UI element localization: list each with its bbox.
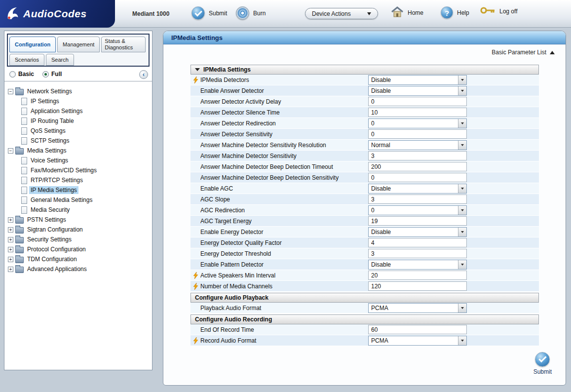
tree-item-label[interactable]: Fax/Modem/CID Settings: [29, 166, 98, 174]
tree-item-label[interactable]: QoS Settings: [29, 127, 67, 135]
tree-item-label[interactable]: SCTP Settings: [29, 137, 71, 145]
tree-item-label[interactable]: IP Settings: [29, 97, 61, 105]
tree-folder-advanced-applications[interactable]: +Advanced Applications: [5, 264, 151, 274]
tree-item-label[interactable]: General Media Settings: [29, 196, 94, 204]
help-button[interactable]: Help: [441, 6, 469, 19]
answer-detector-silence-time-input[interactable]: [368, 108, 467, 117]
expand-node-icon[interactable]: +: [8, 227, 13, 233]
tree-folder-label[interactable]: Sigtran Configuration: [26, 226, 84, 234]
tree-folder-sigtran-configuration[interactable]: +Sigtran Configuration: [5, 225, 151, 235]
tab-status-diagnostics[interactable]: Status & Diagnostics: [101, 37, 146, 52]
expand-node-icon[interactable]: +: [8, 217, 13, 223]
dropdown-arrow-icon[interactable]: [458, 141, 466, 150]
number-of-media-channels-input[interactable]: [368, 281, 467, 291]
dropdown-arrow-icon[interactable]: [458, 336, 466, 345]
tree-folder-label[interactable]: Network Settings: [26, 87, 74, 95]
tree-item-sctp-settings[interactable]: SCTP Settings: [5, 136, 151, 146]
enable-pattern-detector-select[interactable]: Disable: [368, 260, 467, 270]
collapse-node-icon[interactable]: −: [8, 148, 13, 154]
tree-folder-label[interactable]: Media Settings: [26, 147, 68, 155]
basic-parameter-list-toggle[interactable]: Basic Parameter List: [492, 49, 555, 56]
enable-agc-select[interactable]: Disable: [368, 184, 467, 194]
collapse-sidebar-button[interactable]: [139, 70, 148, 79]
tree-folder-pstn-settings[interactable]: +PSTN Settings: [5, 215, 151, 225]
tab-configuration[interactable]: Configuration: [9, 37, 56, 52]
answer-detector-activity-delay-input[interactable]: [368, 97, 467, 106]
tree-item-label[interactable]: IP Routing Table: [29, 117, 76, 125]
dropdown-arrow-icon[interactable]: [458, 76, 466, 84]
dropdown-arrow-icon[interactable]: [458, 228, 466, 236]
answer-machine-detector-beep-detection-sensitivity-input[interactable]: [368, 173, 467, 182]
tree-item-label[interactable]: Application Settings: [29, 107, 84, 115]
answer-detector-sensitivity-input[interactable]: [368, 129, 467, 139]
tree-item-media-security[interactable]: Media Security: [5, 205, 151, 215]
dropdown-arrow-icon[interactable]: [458, 304, 466, 313]
submit-button-bottom[interactable]: Submit: [533, 352, 552, 375]
tree-item-ip-settings[interactable]: IP Settings: [5, 96, 151, 106]
enable-energy-detector-select[interactable]: Disable: [368, 227, 467, 237]
tree-folder-label[interactable]: Protocol Configuration: [26, 245, 87, 253]
energy-detector-threshold-input[interactable]: [368, 249, 467, 258]
dropdown-arrow-icon[interactable]: [458, 86, 466, 95]
tree-item-label[interactable]: Voice Settings: [29, 157, 70, 164]
answer-detector-redirection-select[interactable]: 0: [368, 118, 467, 128]
tree-item-ip-media-settings[interactable]: IP Media Settings: [5, 185, 151, 195]
tree-item-rtp-rtcp-settings[interactable]: RTP/RTCP Settings: [5, 175, 151, 185]
tab-scenarios[interactable]: Scenarios: [9, 54, 44, 66]
logoff-button[interactable]: Log off: [480, 6, 517, 16]
device-actions-dropdown[interactable]: Device Actions: [305, 8, 378, 19]
tab-management[interactable]: Management: [57, 37, 100, 52]
end-of-record-time-input[interactable]: [368, 325, 467, 334]
tree-folder-label[interactable]: TDM Configuration: [26, 255, 78, 263]
tree-folder-label[interactable]: PSTN Settings: [26, 216, 68, 224]
dropdown-arrow-icon[interactable]: [458, 119, 466, 128]
tree-folder-protocol-configuration[interactable]: +Protocol Configuration: [5, 244, 151, 254]
active-speakers-min-interval-input[interactable]: [368, 271, 467, 280]
tree-item-label[interactable]: IP Media Settings: [29, 186, 78, 194]
tree-folder-network-settings[interactable]: −Network Settings: [5, 86, 151, 96]
group-header-ipmedia-settings[interactable]: IPMedia Settings: [190, 65, 539, 75]
agc-target-energy-input[interactable]: [368, 216, 467, 226]
expand-node-icon[interactable]: +: [8, 257, 13, 262]
tree-folder-security-settings[interactable]: +Security Settings: [5, 235, 151, 244]
burn-button[interactable]: Burn: [236, 6, 266, 20]
expand-node-icon[interactable]: +: [8, 247, 13, 252]
tree-item-general-media-settings[interactable]: General Media Settings: [5, 195, 151, 205]
tree-item-qos-settings[interactable]: QoS Settings: [5, 126, 151, 136]
tab-row-top: ConfigurationManagementStatus & Diagnost…: [9, 37, 147, 52]
tree-item-fax-modem-cid-settings[interactable]: Fax/Modem/CID Settings: [5, 165, 151, 175]
agc-slope-input[interactable]: [368, 195, 467, 204]
expand-node-icon[interactable]: +: [8, 237, 13, 242]
answer-machine-detector-beep-detection-timeout-input[interactable]: [368, 162, 467, 171]
expand-node-icon[interactable]: +: [8, 267, 13, 272]
playback-audio-format-select[interactable]: PCMA: [368, 303, 467, 313]
enable-answer-detector-select[interactable]: Disable: [368, 86, 467, 96]
record-audio-format-select[interactable]: PCMA: [368, 336, 467, 346]
answer-machine-detector-sensitivity-resolution-select[interactable]: Normal: [368, 140, 467, 150]
dropdown-arrow-icon[interactable]: [458, 206, 466, 215]
tree-item-voice-settings[interactable]: Voice Settings: [5, 156, 151, 165]
agc-redirection-select[interactable]: 0: [368, 205, 467, 215]
tree-item-ip-routing-table[interactable]: IP Routing Table: [5, 116, 151, 126]
tree-folder-media-settings[interactable]: −Media Settings: [5, 146, 151, 156]
tree-folder-label[interactable]: Advanced Applications: [26, 265, 88, 273]
submit-button[interactable]: Submit: [191, 6, 227, 20]
tree-folder-tdm-configuration[interactable]: +TDM Configuration: [5, 254, 151, 264]
tree-item-label[interactable]: RTP/RTCP Settings: [29, 176, 84, 184]
param-row-enable-answer-detector: Enable Answer DetectorDisable: [190, 85, 539, 96]
radio-full-label[interactable]: Full: [51, 71, 62, 78]
tree-item-application-settings[interactable]: Application Settings: [5, 106, 151, 116]
tree-item-label[interactable]: Media Security: [29, 206, 71, 214]
collapse-node-icon[interactable]: −: [8, 89, 13, 94]
home-button[interactable]: Home: [391, 6, 423, 19]
tab-search[interactable]: Search: [46, 54, 74, 66]
radio-basic-label[interactable]: Basic: [18, 71, 34, 78]
tree-folder-label[interactable]: Security Settings: [26, 235, 73, 243]
dropdown-arrow-icon[interactable]: [458, 184, 466, 193]
energy-detector-quality-factor-input[interactable]: [368, 238, 467, 247]
answer-machine-detector-sensitivity-input[interactable]: [368, 151, 467, 160]
radio-basic[interactable]: [9, 71, 16, 78]
dropdown-arrow-icon[interactable]: [458, 260, 466, 269]
radio-full[interactable]: [42, 71, 49, 78]
ipmedia-detectors-select[interactable]: Disable: [368, 75, 467, 85]
